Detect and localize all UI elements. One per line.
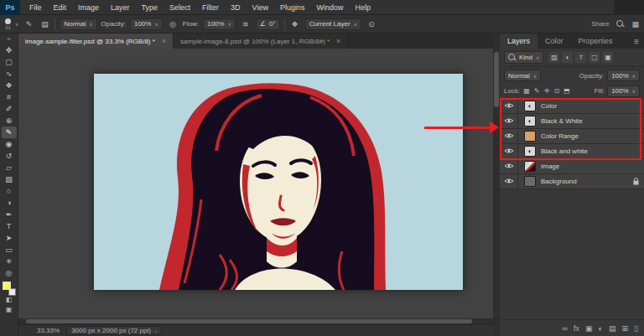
lock-paint-icon[interactable]: ✎ (532, 87, 541, 95)
type-tool[interactable]: T (2, 220, 17, 232)
zoom-level[interactable]: 33.33% (37, 327, 60, 334)
layer-visibility-toggle[interactable] (500, 144, 518, 158)
menu-item-select[interactable]: Select (164, 0, 196, 15)
marquee-tool[interactable]: ▢ (2, 56, 17, 68)
panel-tab-layers[interactable]: Layers (500, 34, 538, 49)
document-tab[interactable]: image-sample-filter.psd @ 33.3% (RGB/8) … (18, 34, 174, 49)
foreground-color-swatch[interactable] (3, 282, 11, 290)
menu-item-help[interactable]: Help (350, 0, 377, 15)
canvas-area[interactable] (18, 49, 493, 318)
object-selection-tool[interactable]: ❖ (2, 80, 17, 91)
layer-thumbnail[interactable]: ◐ (524, 101, 536, 111)
dodge-tool[interactable]: ◑ (2, 197, 17, 209)
healing-brush-tool[interactable]: ⊕ (2, 115, 17, 127)
lock-transparency-icon[interactable]: ▦ (522, 87, 531, 95)
menu-item-file[interactable]: File (23, 0, 48, 15)
lasso-tool[interactable]: ∿ (2, 68, 17, 80)
filter-kind-select[interactable]: Kind ∨ (504, 51, 543, 64)
panel-menu-icon[interactable]: ≡ (629, 34, 644, 49)
layer-visibility-toggle[interactable] (500, 174, 518, 189)
layer-row-color-range[interactable]: Color Range (500, 129, 644, 144)
lock-all-icon[interactable]: ⬒ (563, 87, 571, 95)
lock-artboard-icon[interactable]: ⊡ (553, 87, 561, 95)
menu-item-type[interactable]: Type (136, 0, 164, 15)
hand-tool[interactable]: ✳ (2, 256, 17, 267)
shape-tool[interactable]: ▭ (2, 244, 17, 256)
layer-row-image[interactable]: Image (500, 159, 644, 174)
vertical-scrollbar[interactable] (493, 34, 500, 336)
search-icon[interactable] (616, 20, 624, 28)
layer-thumbnail[interactable]: ◐ (524, 116, 536, 127)
horizontal-scrollbar[interactable] (18, 318, 493, 324)
layer-thumbnail[interactable]: ◐ (524, 146, 536, 157)
workspace-switcher-icon[interactable]: ▦ (631, 20, 639, 28)
screen-mode-icon[interactable]: ▣ (6, 306, 13, 316)
document-info-field[interactable]: 3000 px x 2000 px (72 ppi) › (66, 326, 162, 335)
menu-item-image[interactable]: Image (72, 0, 105, 15)
layer-thumbnail[interactable] (524, 176, 536, 187)
lock-position-icon[interactable]: ✛ (543, 87, 551, 95)
menu-item-filter[interactable]: Filter (196, 0, 225, 15)
sample-select[interactable]: Current Layer ∨ (305, 18, 361, 30)
clone-stamp-tool[interactable]: ◉ (2, 138, 17, 150)
brush-preset-caret-icon[interactable]: ∨ (15, 21, 18, 27)
flow-select[interactable]: 100% ∨ (203, 18, 236, 30)
filter-adjustment-layers-icon[interactable]: ◐ (562, 52, 573, 63)
sample-all-layers-icon[interactable]: ⊙ (366, 20, 377, 28)
pen-tool[interactable]: ✒ (2, 209, 17, 220)
layer-row-black-white[interactable]: ◐Black & White (500, 114, 644, 129)
layer-visibility-toggle[interactable] (500, 129, 518, 143)
layer-visibility-toggle[interactable] (500, 99, 518, 113)
pressure-opacity-icon[interactable]: ◎ (167, 20, 179, 28)
new-layer-icon[interactable]: ⊞ (622, 324, 629, 333)
delete-layer-icon[interactable]: ▯ (634, 324, 638, 333)
menu-item-plugins[interactable]: Plugins (274, 0, 311, 15)
layer-visibility-toggle[interactable] (500, 114, 518, 128)
toolbar-collapse-icon[interactable]: » (7, 35, 10, 44)
opacity-select[interactable]: 100% ∨ (130, 18, 163, 30)
crop-tool[interactable]: # (2, 91, 17, 103)
eraser-tool[interactable]: ▱ (2, 162, 17, 173)
close-icon[interactable]: × (162, 37, 166, 45)
symmetry-icon[interactable]: ❖ (289, 20, 301, 28)
layer-thumbnail[interactable] (524, 131, 536, 142)
zoom-tool[interactable]: ◎ (2, 267, 17, 279)
airbrush-icon[interactable]: ≋ (240, 20, 252, 28)
layer-effects-icon[interactable]: fx (574, 324, 579, 333)
horizontal-scrollbar-thumb[interactable] (26, 319, 472, 323)
layer-row-background[interactable]: Background (500, 174, 644, 189)
new-group-icon[interactable]: ▤ (609, 324, 616, 333)
link-layers-icon[interactable]: ∞ (563, 324, 568, 333)
color-swatches[interactable] (2, 282, 17, 296)
menu-item-view[interactable]: View (247, 0, 274, 15)
layer-row-black-and-white[interactable]: ◐Black and white (500, 144, 644, 159)
layer-fill-select[interactable]: 100% ∨ (607, 85, 640, 97)
layer-opacity-select[interactable]: 100% ∨ (607, 70, 640, 81)
path-selection-tool[interactable]: ➤ (2, 232, 17, 244)
brush-panel-toggle-icon[interactable]: ▤ (39, 20, 50, 28)
filter-pixel-layers-icon[interactable]: ▨ (548, 52, 559, 63)
layer-blend-mode-select[interactable]: Normal ∨ (504, 70, 541, 81)
brush-preset-picker[interactable]: 21 (5, 18, 11, 30)
layer-thumbnail[interactable] (524, 161, 536, 172)
close-icon[interactable]: × (336, 37, 340, 45)
blur-tool[interactable]: ○ (2, 185, 17, 197)
menu-item-edit[interactable]: Edit (48, 0, 73, 15)
add-layer-mask-icon[interactable]: ▣ (585, 324, 593, 333)
gradient-tool[interactable]: ▨ (2, 173, 17, 185)
layer-row-color[interactable]: ◐Color (500, 99, 644, 114)
layer-visibility-toggle[interactable] (500, 159, 518, 173)
panel-tab-properties[interactable]: Properties (571, 34, 621, 49)
menu-item-3d[interactable]: 3D (225, 0, 247, 15)
new-adjustment-layer-icon[interactable]: ◐ (599, 324, 603, 333)
filter-smart-objects-icon[interactable]: ▣ (602, 52, 613, 63)
history-brush-tool[interactable]: ↺ (2, 150, 17, 162)
filter-shape-layers-icon[interactable]: ▢ (589, 52, 600, 63)
brush-settings-icon[interactable]: ✎ (23, 20, 34, 28)
brush-tool[interactable]: ✎ (2, 127, 17, 138)
panel-tab-color[interactable]: Color (538, 34, 571, 49)
menu-item-layer[interactable]: Layer (105, 0, 136, 15)
share-button[interactable]: Share (591, 20, 609, 28)
menu-item-window[interactable]: Window (311, 0, 350, 15)
filter-type-layers-icon[interactable]: T (575, 52, 586, 63)
